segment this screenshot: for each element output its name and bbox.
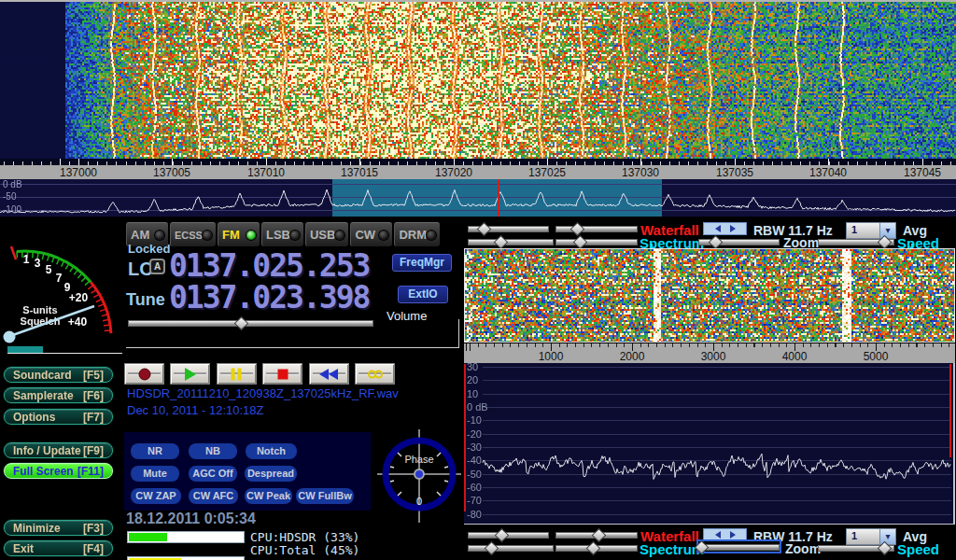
slider-thumb[interactable] xyxy=(877,541,892,556)
slider-thumb[interactable] xyxy=(234,316,249,331)
rf-scale-label: 137020 xyxy=(435,166,472,179)
slider-thumb[interactable] xyxy=(572,235,587,250)
rewind-button[interactable] xyxy=(309,363,349,385)
rf-scale-label: 137015 xyxy=(341,166,378,179)
info-update-button[interactable]: Info / Update[F9] xyxy=(4,442,113,458)
speed-slider[interactable] xyxy=(818,236,894,246)
rf-scale-ticks xyxy=(0,159,956,165)
af-waterfall-canvas xyxy=(465,249,954,342)
smeter-tick-label: 3 xyxy=(35,257,41,270)
mode-ecss[interactable]: ECSS xyxy=(170,222,216,246)
fullscreen-button[interactable]: Full Screen[F11] xyxy=(4,463,113,479)
options-button[interactable]: Options[F7] xyxy=(4,409,113,425)
arrow-left-icon[interactable] xyxy=(715,531,721,539)
slider-thumb[interactable] xyxy=(709,235,724,250)
smeter-tick-label: 5 xyxy=(46,263,52,276)
zoom-slider[interactable] xyxy=(698,236,780,246)
af-waterfall-display[interactable] xyxy=(464,248,955,343)
wf-contrast-slider-2[interactable] xyxy=(555,529,638,539)
af-scale-label: 4000 xyxy=(782,350,808,363)
spec-upper-slider[interactable] xyxy=(468,236,554,246)
mute-button[interactable]: Mute xyxy=(131,466,179,482)
slider-thumb[interactable] xyxy=(485,541,499,556)
af-db-label: -60 xyxy=(467,482,482,493)
cw-afc-button[interactable]: CW AFC xyxy=(189,488,238,504)
arrow-left-icon[interactable] xyxy=(715,225,721,232)
wf-brightness-slider-2[interactable] xyxy=(468,529,549,539)
cpu-hdsdr-fill xyxy=(129,533,167,541)
extio-button[interactable]: ExtIO xyxy=(398,286,448,303)
agc-button[interactable]: AGC Off xyxy=(189,466,237,482)
slider-thumb[interactable] xyxy=(570,222,585,237)
squelch-marker[interactable] xyxy=(11,246,16,259)
nr-button[interactable]: NR xyxy=(131,443,179,459)
playback-toolbar xyxy=(124,363,397,388)
cw-fullbw-button[interactable]: CW FullBw xyxy=(296,488,354,504)
mode-label: LSB xyxy=(266,228,290,242)
soundcard-button[interactable]: Soundcard[F5] xyxy=(4,367,113,383)
rf-waterfall-display[interactable] xyxy=(0,2,956,159)
zoom-slider-2[interactable] xyxy=(698,541,780,552)
mode-label: DRM xyxy=(399,228,427,242)
button-label: Options xyxy=(13,411,55,424)
record-button[interactable] xyxy=(124,363,164,385)
phase-indicator[interactable]: Phase 0 xyxy=(377,426,461,528)
datetime-display: 18.12.2011 0:05:34 xyxy=(126,511,256,527)
lo-auto-badge[interactable]: A xyxy=(149,259,165,274)
wf-scroll-control-2[interactable] xyxy=(703,528,747,541)
wf-contrast-slider[interactable] xyxy=(555,223,638,233)
notch-button[interactable]: Notch xyxy=(246,443,297,459)
mode-fm[interactable]: FM xyxy=(218,222,260,246)
freqmgr-button[interactable]: FreqMgr xyxy=(392,254,452,272)
slider-thumb[interactable] xyxy=(476,222,491,237)
speed-slider-2[interactable] xyxy=(818,542,894,553)
mode-lsb[interactable]: LSB xyxy=(261,222,303,246)
af-spectrum-display[interactable]: 30 20 10 0 dB -10 -20 -30 -40 -50 -60 -7… xyxy=(464,363,955,525)
nb-button[interactable]: NB xyxy=(189,443,237,459)
button-label: Soundcard xyxy=(13,369,72,382)
smeter-tick-label: 7 xyxy=(56,272,63,285)
mode-cw[interactable]: CW xyxy=(350,222,392,246)
button-key: [F4] xyxy=(83,542,104,555)
af-frequency-scale[interactable]: 1000 2000 3000 4000 5000 xyxy=(464,351,955,363)
cw-peak-button[interactable]: CW Peak xyxy=(245,488,292,504)
mode-led-icon xyxy=(246,231,256,240)
rf-scale-label: 137005 xyxy=(153,166,190,179)
play-button[interactable] xyxy=(170,363,210,385)
mode-led-icon xyxy=(290,231,300,240)
arrow-right-icon[interactable] xyxy=(730,531,736,539)
rf-scale-label: 137000 xyxy=(60,166,97,179)
slider-thumb[interactable] xyxy=(494,528,509,543)
mode-led-icon xyxy=(379,231,388,240)
slider-track[interactable] xyxy=(128,320,373,327)
af-spectrum-canvas xyxy=(464,363,953,524)
loop-button[interactable] xyxy=(355,363,395,385)
pause-button[interactable] xyxy=(217,363,257,385)
arrow-right-icon[interactable] xyxy=(730,225,736,232)
wf-scroll-control[interactable] xyxy=(703,222,747,235)
slider-thumb[interactable] xyxy=(586,541,601,556)
samplerate-button[interactable]: Samplerate[F6] xyxy=(4,387,113,403)
mode-drm[interactable]: DRM xyxy=(394,222,440,246)
lo-frequency-digits[interactable]: 0137.025.253 xyxy=(169,250,369,281)
tune-frequency-digits[interactable]: 0137.023.398 xyxy=(169,282,369,313)
rf-db-label: 0 dB xyxy=(3,179,22,189)
slider-thumb[interactable] xyxy=(591,528,606,543)
slider-thumb[interactable] xyxy=(494,235,509,250)
wf-brightness-slider[interactable] xyxy=(468,223,549,233)
slider-thumb[interactable] xyxy=(877,235,892,250)
minimize-button[interactable]: Minimize[F3] xyxy=(4,520,113,536)
spec-lower-slider-2[interactable] xyxy=(555,542,638,553)
smeter-tick-label: +40 xyxy=(68,315,88,329)
rf-frequency-scale[interactable]: 137000 137005 137010 137015 137020 13702… xyxy=(0,165,956,179)
spec-upper-slider-2[interactable] xyxy=(468,542,554,553)
button-label: Minimize xyxy=(13,522,61,535)
rf-spectrum-display[interactable]: 0 dB -50 -100 xyxy=(0,179,956,217)
cw-zap-button[interactable]: CW ZAP xyxy=(131,488,181,504)
despread-button[interactable]: Despread xyxy=(245,466,297,482)
spec-lower-slider[interactable] xyxy=(555,236,638,246)
mode-usb[interactable]: USB xyxy=(305,222,348,246)
tune-slider[interactable] xyxy=(128,317,373,328)
stop-button[interactable] xyxy=(262,363,302,385)
exit-button[interactable]: Exit[F4] xyxy=(4,540,113,556)
